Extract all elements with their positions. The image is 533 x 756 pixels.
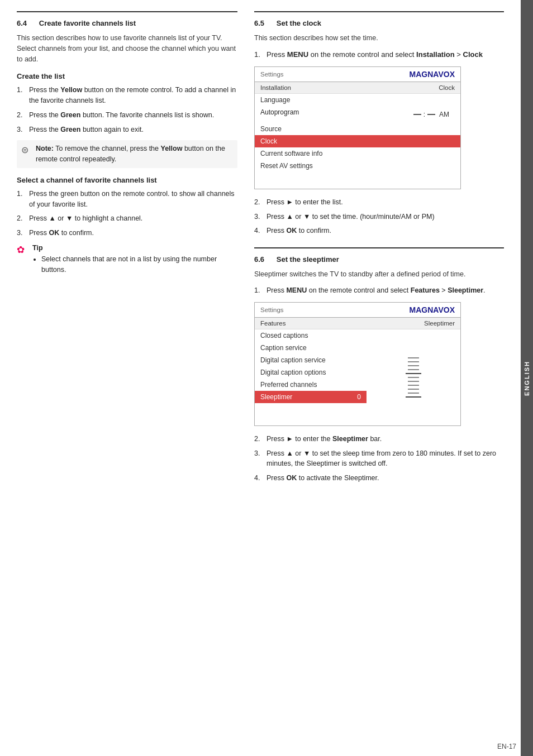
sleeptimer-breadcrumb-right: Sleeptimer <box>424 320 455 327</box>
sleeptimer-settings-label: Settings <box>260 307 284 313</box>
create-list-steps: 1. Press the Yellow button on the remote… <box>17 85 237 135</box>
page-number: EN-17 <box>497 743 516 750</box>
sleeptimer-breadcrumb: Features Sleeptimer <box>255 318 460 329</box>
sleeptimer-breadcrumb-left: Features <box>260 320 285 327</box>
select-step-3: 3. Press OK to confirm. <box>17 228 237 238</box>
sleeptimer-settings-header: Settings MAGNAVOX <box>255 303 460 318</box>
settings-item-software: Current software info <box>255 147 460 160</box>
tip-content: Tip Select channels that are not in a li… <box>32 244 237 275</box>
section-65-intro: This section describes how set the time. <box>254 33 504 44</box>
select-step-1: 1. Press the green button on the remote … <box>17 189 237 210</box>
sleeptimer-settings-brand: MAGNAVOX <box>410 305 455 314</box>
page-footer: EN-17 <box>497 743 516 750</box>
section-65-remaining-steps: 2. Press ► to enter the list. 3. Press ▲… <box>254 197 504 236</box>
note-text: Note: To remove the channel, press the Y… <box>36 143 233 165</box>
section-66-header: 6.6 Set the sleeptimer <box>254 255 504 264</box>
settings-item-clock: Clock <box>255 135 460 147</box>
sleeptimer-remaining-steps: 2. Press ► to enter the Sleeptimer bar. … <box>254 434 504 484</box>
sleeptimer-left-panel: Closed captions Caption service Digital … <box>255 329 367 425</box>
section-66-intro: Sleeptimer switches the TV to standby af… <box>254 269 504 280</box>
sleeptimer-step-2: 2. Press ► to enter the Sleeptimer bar. <box>254 434 504 444</box>
sleeptimer-settings-box: Settings MAGNAVOX Features Sleeptimer Cl… <box>254 302 461 426</box>
sleeptimer-item: Sleeptimer 0 <box>255 391 367 403</box>
clock-step-3: 3. Press ▲ or ▼ to set the time. (hour/m… <box>254 212 504 222</box>
clock-step-2: 2. Press ► to enter the list. <box>254 197 504 208</box>
sleeptimer-caption-service: Caption service <box>255 342 367 354</box>
tip-title: Tip <box>32 244 237 252</box>
create-step-2: 2. Press the Green button. The favorite … <box>17 110 237 121</box>
clock-settings-box: Settings MAGNAVOX Installation Clock Lan… <box>254 66 461 189</box>
section-65-title: Set the clock <box>277 19 321 27</box>
section-65-num: 6.5 <box>254 19 264 27</box>
right-column: 6.5 Set the clock This section describes… <box>254 11 504 489</box>
section-66-num: 6.6 <box>254 255 264 264</box>
select-list-title: Select a channel of favorite channels li… <box>17 176 237 184</box>
tip-box: ✿ Tip Select channels that are not in a … <box>17 244 237 275</box>
sleeptimer-slider <box>406 357 421 398</box>
note-icon: ⊜ <box>21 143 34 157</box>
section-64-header: 6.4 Create favorite channels list <box>17 19 237 27</box>
create-list-title: Create the list <box>17 72 237 80</box>
settings-breadcrumb: Installation Clock <box>255 82 460 94</box>
section-64-intro: This section describes how to use favori… <box>17 33 237 64</box>
select-list-steps: 1. Press the green button on the remote … <box>17 189 237 238</box>
sleeptimer-two-col: Closed captions Caption service Digital … <box>255 329 460 425</box>
create-step-1: 1. Press the Yellow button on the remote… <box>17 85 237 106</box>
section-66-step1: 1. Press MENU on the remote control and … <box>254 286 504 294</box>
settings-item-reset: Reset AV settings <box>255 160 460 172</box>
settings-brand: MAGNAVOX <box>410 70 455 79</box>
sleeptimer-step-4: 4. Press OK to activate the Sleeptimer. <box>254 473 504 484</box>
breadcrumb-left: Installation <box>260 84 291 91</box>
sleeptimer-step-3: 3. Press ▲ or ▼ to set the sleep time fr… <box>254 448 504 470</box>
sleeptimer-digital-caption-service: Digital caption service <box>255 354 367 366</box>
section-64-title: Create favorite channels list <box>39 19 136 27</box>
section-65-header: 6.5 Set the clock <box>254 19 504 27</box>
tip-bullet-1: Select channels that are not in a list b… <box>41 254 237 275</box>
side-tab-label: ENGLISH <box>524 361 530 396</box>
sleeptimer-closed-captions: Closed captions <box>255 329 367 342</box>
left-column: 6.4 Create favorite channels list This s… <box>17 11 237 489</box>
section-65-step1-container: 1. Press MENU on the remote control and … <box>254 50 504 59</box>
section-65-step1: 1. Press MENU on the remote control and … <box>254 50 504 59</box>
section-66: 6.6 Set the sleeptimer Sleeptimer switch… <box>254 247 504 484</box>
note-box: ⊜ Note: To remove the channel, press the… <box>17 140 237 168</box>
settings-item-source: Source <box>255 123 460 135</box>
breadcrumb-right: Clock <box>439 84 455 91</box>
side-tab: ENGLISH <box>521 0 533 756</box>
select-step-2: 2. Press ▲ or ▼ to highlight a channel. <box>17 213 237 224</box>
settings-label: Settings <box>260 71 284 78</box>
section-66-title: Set the sleeptimer <box>277 255 339 264</box>
section-64-num: 6.4 <box>17 19 27 27</box>
settings-item-autoprogram: Autoprogram : AM <box>255 106 460 123</box>
sleeptimer-right-panel <box>367 329 460 425</box>
sleeptimer-digital-caption-options: Digital caption options <box>255 366 367 379</box>
settings-item-language: Language <box>255 94 460 106</box>
clock-step-4: 4. Press OK to confirm. <box>254 226 504 236</box>
settings-box-header: Settings MAGNAVOX <box>255 67 460 82</box>
tip-icon: ✿ <box>17 244 30 256</box>
tip-list: Select channels that are not in a list b… <box>32 254 237 275</box>
sleeptimer-preferred-channels: Preferred channels <box>255 379 367 391</box>
create-step-3: 3. Press the Green button again to exit. <box>17 125 237 135</box>
